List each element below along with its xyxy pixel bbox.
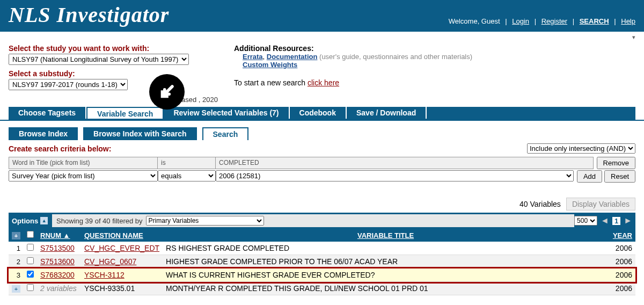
search-label: Create search criteria below: <box>9 144 111 153</box>
tab-review[interactable]: Review Selected Variables (7) <box>164 107 289 119</box>
study-label: Select the study you want to work with: <box>9 44 234 53</box>
newsearch-prefix: To start a new search <box>234 78 308 87</box>
page-number: 1 <box>612 217 620 225</box>
rnum-header[interactable]: RNUM ▲ <box>37 229 81 242</box>
expand-all-header: + <box>9 229 24 242</box>
sub-tabs: Browse Index Browse Index with Search Se… <box>9 127 635 140</box>
newsearch-link[interactable]: click here <box>308 78 339 87</box>
qname-link[interactable]: CV_HGC_0607 <box>84 257 136 266</box>
showing-bar: Showing 39 of 40 filtered by Primary Var… <box>52 214 574 227</box>
register-link[interactable]: Register <box>541 17 567 25</box>
row-title: WHAT IS CURRENT HIGHEST GRADE EVER COMPL… <box>163 268 609 282</box>
row-qname: CV_HGC_EVER_EDT <box>81 242 163 255</box>
checkbox-all-header <box>24 229 37 242</box>
tab-browse-search[interactable]: Browse Index with Search <box>83 127 197 140</box>
row-year: 2006 <box>609 282 635 295</box>
errata-link[interactable]: Errata <box>243 53 263 61</box>
row-rnum: S7513600 <box>37 255 81 268</box>
released-text: Released , 2020 <box>9 96 218 104</box>
row-checkbox[interactable] <box>27 284 34 291</box>
header-links: Welcome, Guest | Login | Register | SEAR… <box>449 17 635 27</box>
tab-save[interactable]: Save / Download <box>347 107 427 119</box>
tab-variable-search[interactable]: Variable Search <box>86 107 164 119</box>
app-header: NLS Investigator Welcome, Guest | Login … <box>0 0 644 32</box>
custom-weights-link[interactable]: Custom Weights <box>243 61 297 69</box>
criteria-field-select[interactable]: Survey Year (pick from list) <box>9 170 158 181</box>
row-checkbox[interactable] <box>27 244 34 251</box>
criteria-field-1: Word in Title (pick from list) <box>9 157 158 169</box>
row-index: 3 <box>9 268 24 282</box>
tab-search[interactable]: Search <box>202 127 249 140</box>
collapse-icon[interactable]: ▾ <box>632 34 635 40</box>
row-qname: YSCH-9335.01 <box>81 282 163 295</box>
pagesize-select[interactable]: 500 <box>574 216 597 226</box>
table-toolbar: Options ▲ Showing 39 of 40 filtered by P… <box>9 213 635 229</box>
rnum-link[interactable]: S7683200 <box>40 271 75 279</box>
table-row: 1S7513500CV_HGC_EVER_EDTRS HIGHEST GRADE… <box>9 242 635 255</box>
qname-link[interactable]: CV_HGC_EVER_EDT <box>84 244 159 252</box>
row-checkbox[interactable] <box>27 257 34 264</box>
help-link[interactable]: Help <box>621 17 635 25</box>
search-area: Create search criteria below: Include on… <box>9 143 635 183</box>
criteria-value-select[interactable]: 2006 (12581) <box>216 170 574 181</box>
login-link[interactable]: Login <box>512 17 529 25</box>
select-all-checkbox[interactable] <box>27 231 34 238</box>
criteria-value-1: COMPLETED <box>216 157 594 169</box>
next-page-icon[interactable]: ► <box>624 216 632 226</box>
callout-arrow-icon <box>149 74 185 110</box>
expand-row-icon[interactable]: + <box>12 285 20 293</box>
showing-text: Showing 39 of 40 filtered by <box>56 217 142 225</box>
documentation-link[interactable]: Documentation <box>267 53 318 61</box>
tab-browse-index[interactable]: Browse Index <box>9 127 78 140</box>
row-title: MONTH/YEAR R COMPLETED THIS GRADE, DLI/N… <box>163 282 609 295</box>
prev-page-icon[interactable]: ◄ <box>601 216 609 226</box>
rnum-link[interactable]: S7513500 <box>40 244 75 252</box>
row-title: RS HIGHEST GRADE COMPLETED <box>163 242 609 255</box>
filter-select[interactable]: Primary Variables <box>146 216 264 226</box>
qname-link[interactable]: YSCH-3112 <box>84 271 125 279</box>
study-select[interactable]: NLSY97 (National Longitudinal Survey of … <box>9 54 189 65</box>
search-mode-select[interactable]: Include only intersecting (AND) <box>527 143 635 154</box>
display-variables-button: Display Variables <box>566 198 635 210</box>
row-rnum: S7683200 <box>37 268 81 282</box>
table-row: +2 variablesYSCH-9335.01MONTH/YEAR R COM… <box>9 282 635 295</box>
remove-button[interactable]: Remove <box>597 157 635 169</box>
rnum-link[interactable]: S7513600 <box>40 257 75 266</box>
search-link[interactable]: SEARCH <box>580 17 609 25</box>
criteria-row-1: Word in Title (pick from list) is COMPLE… <box>9 157 635 169</box>
year-header[interactable]: YEAR <box>609 229 635 242</box>
caret-up-icon: ▲ <box>40 217 48 224</box>
substudy-label: Select a substudy: <box>9 69 234 78</box>
resources-label: Additional Resources: <box>234 44 635 53</box>
row-checkbox[interactable] <box>27 271 34 278</box>
row-year: 2006 <box>609 268 635 282</box>
options-toggle[interactable]: Options ▲ <box>12 217 48 225</box>
row-qname: CV_HGC_0607 <box>81 255 163 268</box>
results-table: + RNUM ▲ QUESTION NAME VARIABLE TITLE YE… <box>9 229 635 295</box>
results-count: 40 Variables <box>519 200 561 208</box>
row-qname: YSCH-3112 <box>81 268 163 282</box>
table-row: 3S7683200YSCH-3112WHAT IS CURRENT HIGHES… <box>9 268 635 282</box>
row-year: 2006 <box>609 255 635 268</box>
criteria-row-2: Survey Year (pick from list) equals 2006… <box>9 170 635 183</box>
plus-icon[interactable]: + <box>12 232 20 239</box>
table-row: 2S7513600CV_HGC_0607HIGHEST GRADE COMPLE… <box>9 255 635 268</box>
welcome-text: Welcome, Guest <box>449 17 500 25</box>
tab-codebook[interactable]: Codebook <box>290 107 347 119</box>
add-button[interactable]: Add <box>577 170 602 183</box>
row-year: 2006 <box>609 242 635 255</box>
main-tabs: Choose Tagsets Variable Search Review Se… <box>9 107 635 120</box>
tab-choose-tagsets[interactable]: Choose Tagsets <box>9 107 86 119</box>
reset-button[interactable]: Reset <box>604 170 635 183</box>
qname-header[interactable]: QUESTION NAME <box>81 229 163 242</box>
results-table-wrap: Options ▲ Showing 39 of 40 filtered by P… <box>9 213 635 295</box>
row-index: 2 <box>9 255 24 268</box>
criteria-op-1: is <box>158 157 216 169</box>
criteria-op-select[interactable]: equals <box>158 170 216 181</box>
vtitle-header[interactable]: VARIABLE TITLE <box>163 229 609 242</box>
substudy-select[interactable]: NLSY97 1997-2017 (rounds 1-18) <box>9 79 128 90</box>
row-rnum: 2 variables <box>37 282 81 295</box>
results-meta: 40 Variables Display Variables <box>9 198 635 210</box>
config-row: Select the study you want to work with: … <box>0 42 644 104</box>
doc-hint: (user's guide, questionnaires and other … <box>319 53 472 61</box>
